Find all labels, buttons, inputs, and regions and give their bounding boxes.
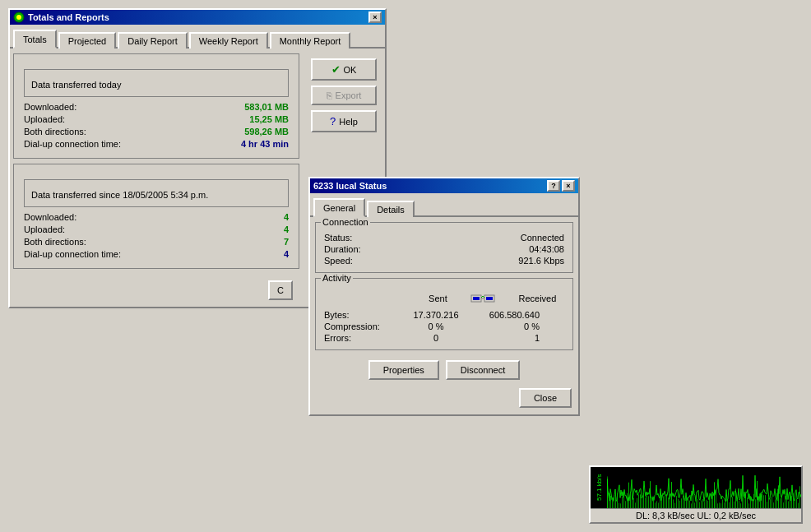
bytes-row: Bytes: 17.370.216 606.580.640 xyxy=(321,310,568,320)
compression-row: Compression: 0 % 0 % xyxy=(321,322,568,331)
tab-monthly-report[interactable]: Monthly Report xyxy=(270,32,351,49)
table-row: Both directions: 7 xyxy=(21,237,292,247)
totals-window-icon xyxy=(13,12,25,23)
close-partial-button[interactable]: C xyxy=(268,280,293,300)
tab-weekly-report[interactable]: Weekly Report xyxy=(189,32,268,49)
graph-canvas xyxy=(607,467,801,508)
data-transferred-today-group: Data transferred today Downloaded: 583,0… xyxy=(13,53,299,159)
export-button[interactable]: ⎘ Export xyxy=(311,86,377,105)
totals-close-button[interactable]: × xyxy=(368,12,382,23)
tab-daily-report[interactable]: Daily Report xyxy=(118,32,188,49)
svg-rect-5 xyxy=(486,297,493,300)
section2-label: Data transferred since 18/05/2005 5:34 p… xyxy=(24,179,289,207)
table-row: Uploaded: 4 xyxy=(21,224,292,234)
received-label: Received xyxy=(518,294,556,303)
table-row: Both directions: 598,26 MB xyxy=(21,127,292,136)
speed-row: Speed: 921.6 Kbps xyxy=(321,256,568,266)
section1-label: Data transferred today xyxy=(24,69,289,97)
tab-details[interactable]: Details xyxy=(367,201,415,217)
network-icon xyxy=(470,290,496,307)
bandwidth-y-label: 57.1 kb/s xyxy=(591,467,607,508)
data-transferred-since-group: Data transferred since 18/05/2005 5:34 p… xyxy=(13,164,299,269)
ok-button[interactable]: ✔ OK xyxy=(311,58,377,81)
properties-button[interactable]: Properties xyxy=(368,360,439,380)
table-row: Uploaded: 15,25 MB xyxy=(21,114,292,124)
tab-general[interactable]: General xyxy=(313,198,365,217)
status-title-buttons: ? × xyxy=(547,180,575,192)
table-row: Dial-up connection time: 4 hr 43 min xyxy=(21,139,292,149)
status-help-button[interactable]: ? xyxy=(547,180,560,192)
bandwidth-monitor-window: 57.1 kb/s DL: 8,3 kB/sec UL: 0,2 kB/sec xyxy=(589,465,803,524)
table-row: Dial-up connection time: 4 xyxy=(21,249,292,259)
activity-label: Activity xyxy=(321,273,353,283)
tab-totals[interactable]: Totals xyxy=(13,30,57,49)
totals-title-bar: Totals and Reports × xyxy=(10,10,385,25)
status-action-buttons: Properties Disconnect xyxy=(310,355,578,385)
totals-title-buttons: × xyxy=(368,12,382,23)
export-icon: ⎘ xyxy=(327,90,332,100)
status-window: 6233 lucal Status ? × General Details Co… xyxy=(308,177,580,416)
totals-tab-bar: Totals Projected Daily Report Weekly Rep… xyxy=(10,25,385,49)
tab-projected[interactable]: Projected xyxy=(58,32,116,49)
connection-section: Connection Status: Connected Duration: 0… xyxy=(315,222,573,273)
help-icon: ? xyxy=(330,115,336,127)
ok-checkmark-icon: ✔ xyxy=(331,63,341,76)
sent-label: Sent xyxy=(429,294,447,303)
activity-header: Sent Received xyxy=(321,290,568,307)
table-row: Downloaded: 583,01 MB xyxy=(21,102,292,112)
totals-title-text: Totals and Reports xyxy=(28,12,109,22)
duration-row: Duration: 04:43:08 xyxy=(321,244,568,254)
errors-row: Errors: 0 1 xyxy=(321,333,568,343)
status-row: Status: Connected xyxy=(321,233,568,243)
status-title-text: 6233 lucal Status xyxy=(313,181,387,191)
connection-label: Connection xyxy=(321,217,370,227)
svg-point-1 xyxy=(16,15,21,20)
bandwidth-status-text: DL: 8,3 kB/sec UL: 0,2 kB/sec xyxy=(591,508,801,522)
bandwidth-graph: 57.1 kb/s xyxy=(591,467,801,508)
status-close-btn[interactable]: Close xyxy=(519,388,572,408)
help-button[interactable]: ? Help xyxy=(311,110,377,132)
status-title-bar: 6233 lucal Status ? × xyxy=(310,178,578,193)
activity-section: Activity Sent Received Bytes: 17.370 xyxy=(315,278,573,350)
table-row: Downloaded: 4 xyxy=(21,212,292,222)
status-close-button[interactable]: × xyxy=(562,180,575,192)
status-tab-bar: General Details xyxy=(310,193,578,217)
disconnect-button[interactable]: Disconnect xyxy=(446,360,520,380)
svg-rect-3 xyxy=(473,297,480,300)
